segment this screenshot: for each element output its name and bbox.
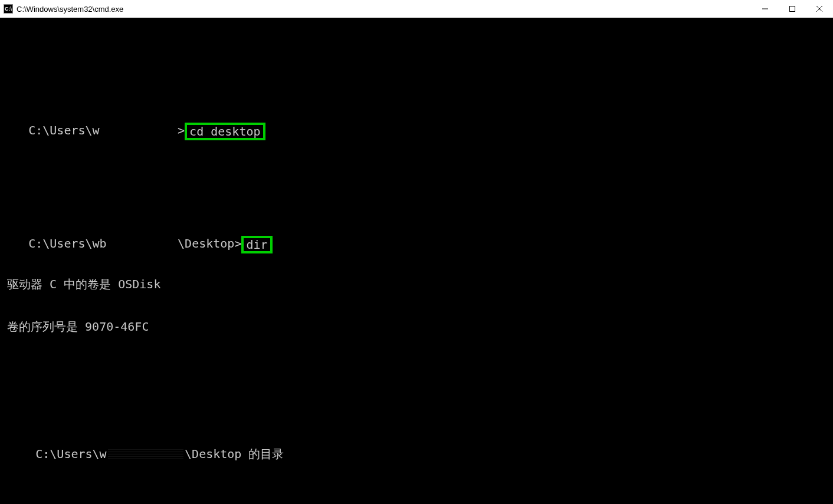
window-controls — [752, 0, 833, 18]
console-output[interactable]: C:\Users\wb qdx018896>cd desktop C:\User… — [0, 18, 833, 504]
cmd-cd-desktop: cd desktop — [185, 123, 265, 140]
prompt1-prefix: C:\Users\w — [28, 123, 99, 137]
cmd-icon: C:\ — [4, 4, 13, 14]
serial-line: 卷的序列号是 9070-46FC — [0, 319, 833, 334]
prompt1-redacted: b qdx018896 — [100, 125, 178, 139]
volume-line: 驱动器 C 中的卷是 OSDisk — [0, 277, 833, 291]
prompt2-caret: > — [234, 236, 241, 251]
prompt-line-1: C:\Users\wb qdx018896>cd desktop — [0, 107, 833, 121]
prompt2-prefix: C:\Users\wb — [28, 236, 114, 251]
window-titlebar: C:\ C:\Windows\system32\cmd.exe — [0, 0, 833, 18]
cmd-dir: dir — [241, 236, 272, 253]
directory-of-line: C:\Users\wb ******896\Desktop 的目录 — [0, 433, 833, 447]
prompt-line-2: C:\Users\wb qdx018896\Desktop>dir — [0, 220, 833, 235]
prompt1-caret: > — [178, 123, 185, 137]
close-button[interactable] — [806, 0, 833, 18]
dirof-prefix: C:\Users\w — [28, 447, 106, 461]
window-title: C:\Windows\system32\cmd.exe — [17, 5, 123, 14]
dirof-suffix: \Desktop 的目录 — [185, 447, 284, 461]
dirof-redacted: b ******896 — [107, 447, 185, 461]
prompt2-redacted: qdx018896 — [114, 238, 178, 252]
svg-rect-1 — [790, 6, 795, 12]
prompt2-mid: \Desktop — [178, 236, 234, 251]
minimize-button[interactable] — [752, 0, 779, 18]
maximize-button[interactable] — [779, 0, 806, 18]
